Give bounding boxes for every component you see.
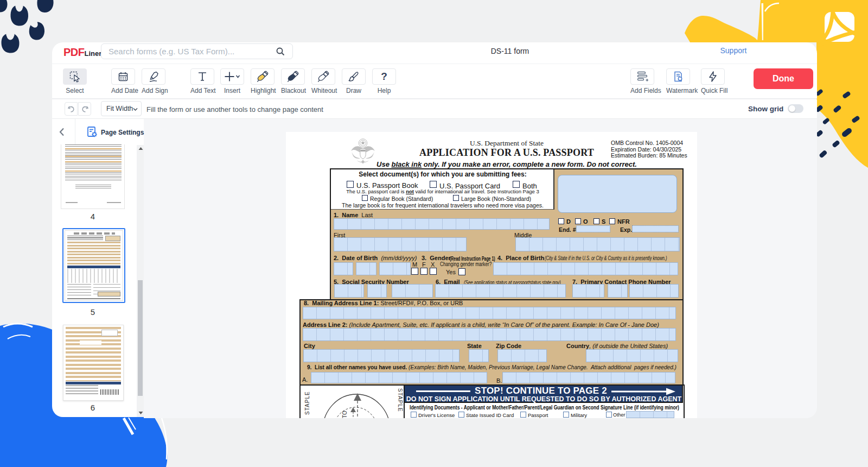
svg-text:TO: TO <box>342 411 348 418</box>
